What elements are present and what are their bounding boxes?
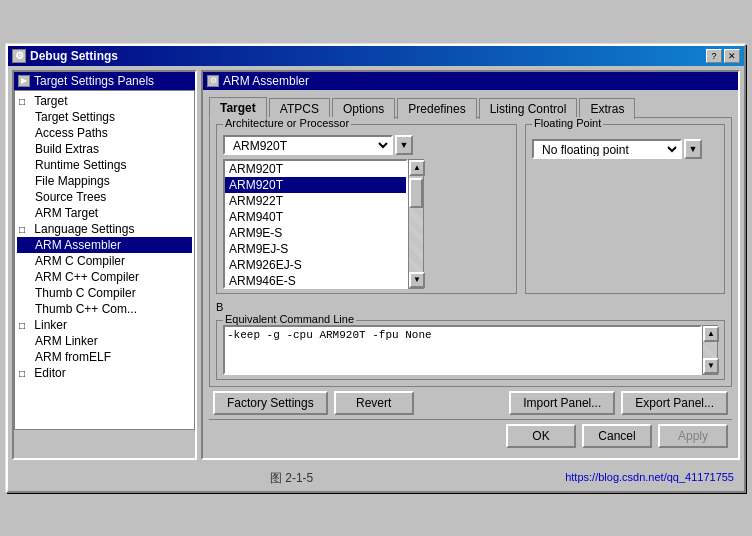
tree-item-arm-linker[interactable]: ARM Linker: [17, 333, 192, 349]
listbox-item-arm9ej-s[interactable]: ARM9EJ-S: [225, 241, 406, 257]
tree-item-arm-cpp-compiler[interactable]: ARM C++ Compiler: [17, 269, 192, 285]
tree-label-target-settings: Target Settings: [35, 110, 115, 124]
arch-dropdown-arrow[interactable]: ▼: [395, 135, 413, 155]
section-row-top: Architecture or Processor ARM920T ▼: [216, 124, 725, 294]
bottom-right-buttons: Import Panel... Export Panel...: [509, 391, 728, 415]
help-button[interactable]: ?: [706, 49, 722, 63]
left-panel-icon: ▶: [18, 75, 30, 87]
tree-item-target[interactable]: □ Target: [17, 93, 192, 109]
scroll-up-arrow[interactable]: ▲: [409, 160, 425, 176]
apply-button[interactable]: Apply: [658, 424, 728, 448]
arch-section: Architecture or Processor ARM920T ▼: [216, 124, 517, 294]
right-panel-title: ARM Assembler: [223, 74, 309, 88]
tree-item-file-mappings[interactable]: File Mappings: [17, 173, 192, 189]
tab-options[interactable]: Options: [332, 98, 395, 119]
tree-label-arm-target: ARM Target: [35, 206, 98, 220]
eq-scroll-down[interactable]: ▼: [703, 358, 719, 374]
build-b-label: B: [216, 301, 223, 313]
tab-target[interactable]: Target: [209, 97, 267, 119]
eq-scroll-track: [703, 342, 717, 358]
floating-point-dropdown-row: No floating point ▼: [532, 139, 718, 159]
tree-label-access-paths: Access Paths: [35, 126, 108, 140]
tree-label-runtime-settings: Runtime Settings: [35, 158, 126, 172]
listbox-item-arm9e-s[interactable]: ARM9E-S: [225, 225, 406, 241]
eq-section: Equivalent Command Line ▲ ▼: [216, 320, 725, 380]
tree-label-arm-c-compiler: ARM C Compiler: [35, 254, 125, 268]
eq-textarea[interactable]: [223, 325, 702, 375]
tab-listing-control[interactable]: Listing Control: [479, 98, 578, 119]
tree-item-arm-fromelf[interactable]: ARM fromELF: [17, 349, 192, 365]
floating-point-dropdown-arrow[interactable]: ▼: [684, 139, 702, 159]
arch-listbox[interactable]: ARM920T ARM920T ARM922T ARM940T ARM9E-S …: [223, 159, 408, 289]
listbox-item-arm922t[interactable]: ARM922T: [225, 193, 406, 209]
tree-item-editor[interactable]: □ Editor: [17, 365, 192, 381]
window-icon: ⚙: [12, 49, 26, 63]
tree-item-lang-settings[interactable]: □ Language Settings: [17, 221, 192, 237]
tree-label-target: Target: [34, 94, 67, 108]
listbox-item-arm920t-top[interactable]: ARM920T: [225, 161, 406, 177]
tab-predefines[interactable]: Predefines: [397, 98, 476, 119]
listbox-item-arm926ej-s[interactable]: ARM926EJ-S: [225, 257, 406, 273]
revert-button[interactable]: Revert: [334, 391, 414, 415]
close-button[interactable]: ✕: [724, 49, 740, 63]
listbox-item-arm940t[interactable]: ARM940T: [225, 209, 406, 225]
arch-dropdown-row: ARM920T ▼: [223, 135, 510, 155]
expand-icon-editor: □: [19, 368, 31, 379]
bottom-left-buttons: Factory Settings Revert: [213, 391, 414, 415]
scroll-track: [409, 176, 423, 272]
listbox-item-arm920t[interactable]: ARM920T: [225, 177, 406, 193]
floating-point-select[interactable]: No floating point: [532, 139, 682, 159]
arch-listbox-container: ARM920T ARM920T ARM922T ARM940T ARM9E-S …: [223, 159, 510, 289]
tab-content: Architecture or Processor ARM920T ▼: [209, 117, 732, 387]
expand-icon-linker: □: [19, 320, 31, 331]
tree-view[interactable]: □ Target Target Settings Access Paths Bu…: [14, 90, 195, 430]
tab-extras[interactable]: Extras: [579, 98, 635, 119]
tree-item-build-extras[interactable]: Build Extras: [17, 141, 192, 157]
tree-item-source-trees[interactable]: Source Trees: [17, 189, 192, 205]
bottom-row-1: Factory Settings Revert Import Panel... …: [209, 387, 732, 419]
tree-item-access-paths[interactable]: Access Paths: [17, 125, 192, 141]
arch-select-dropdown[interactable]: ARM920T: [223, 135, 393, 155]
eq-scrollbar: ▲ ▼: [702, 325, 718, 375]
tab-atpcs[interactable]: ATPCS: [269, 98, 330, 119]
eq-scroll-up[interactable]: ▲: [703, 326, 719, 342]
tree-label-arm-assembler: ARM Assembler: [35, 238, 121, 252]
tree-item-arm-target[interactable]: ARM Target: [17, 205, 192, 221]
tree-item-thumb-cpp-com[interactable]: Thumb C++ Com...: [17, 301, 192, 317]
title-bar: ⚙ Debug Settings ? ✕: [8, 46, 744, 66]
footer-url: https://blog.csdn.net/qq_41171755: [565, 471, 734, 483]
tree-item-linker[interactable]: □ Linker: [17, 317, 192, 333]
cancel-button[interactable]: Cancel: [582, 424, 652, 448]
right-panel-icon: ⚙: [207, 75, 219, 87]
tree-item-target-settings[interactable]: Target Settings: [17, 109, 192, 125]
floating-point-section: Floating Point No floating point ▼: [525, 124, 725, 294]
tree-item-arm-assembler[interactable]: ARM Assembler: [17, 237, 192, 253]
tree-label-arm-linker: ARM Linker: [35, 334, 98, 348]
tree-label-source-trees: Source Trees: [35, 190, 106, 204]
tree-item-thumb-c-compiler[interactable]: Thumb C Compiler: [17, 285, 192, 301]
ok-button[interactable]: OK: [506, 424, 576, 448]
tree-label-thumb-c-compiler: Thumb C Compiler: [35, 286, 136, 300]
right-panel-header: ⚙ ARM Assembler: [203, 72, 738, 90]
footer-row: OK Cancel Apply: [209, 419, 732, 452]
title-bar-buttons: ? ✕: [706, 49, 740, 63]
scroll-down-arrow[interactable]: ▼: [409, 272, 425, 288]
right-panel-body: Target ATPCS Options Predefines Listing: [203, 90, 738, 458]
debug-settings-window: ⚙ Debug Settings ? ✕ ▶ Target Settings P…: [6, 44, 746, 493]
expand-icon-target: □: [19, 96, 31, 107]
scroll-thumb[interactable]: [409, 178, 423, 208]
import-panel-button[interactable]: Import Panel...: [509, 391, 615, 415]
window-body: ▶ Target Settings Panels □ Target Target…: [8, 66, 744, 464]
build-label-area: B: [216, 300, 296, 314]
eq-content: ▲ ▼: [223, 325, 718, 375]
title-bar-text: ⚙ Debug Settings: [12, 49, 118, 63]
build-row: B: [216, 300, 725, 314]
factory-settings-button[interactable]: Factory Settings: [213, 391, 328, 415]
tree-item-runtime-settings[interactable]: Runtime Settings: [17, 157, 192, 173]
listbox-item-arm946e-s[interactable]: ARM946E-S: [225, 273, 406, 289]
eq-label: Equivalent Command Line: [223, 313, 356, 325]
window-title: Debug Settings: [30, 49, 118, 63]
tree-item-arm-c-compiler[interactable]: ARM C Compiler: [17, 253, 192, 269]
tree-label-editor: Editor: [34, 366, 65, 380]
export-panel-button[interactable]: Export Panel...: [621, 391, 728, 415]
